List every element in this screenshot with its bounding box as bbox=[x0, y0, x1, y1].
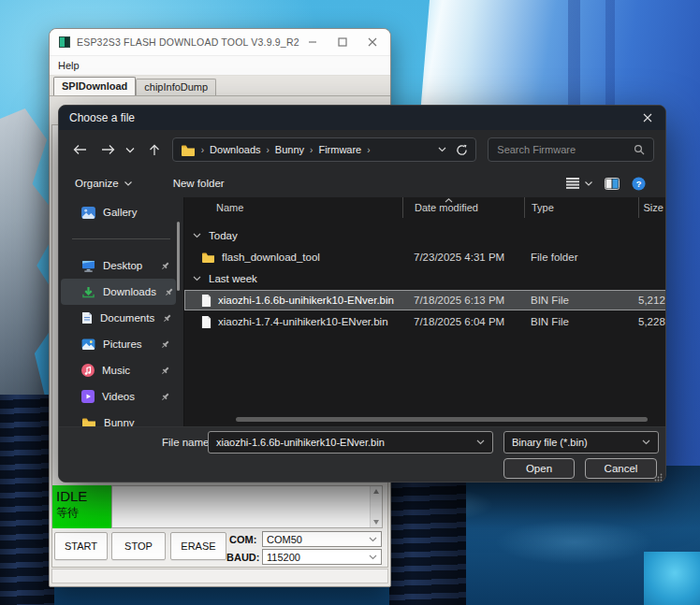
wallpaper-tank-tread bbox=[0, 395, 54, 605]
horizontal-scrollbar[interactable] bbox=[236, 417, 648, 422]
baud-select[interactable]: 115200 bbox=[262, 549, 382, 565]
navigation-bar: › Downloads › Bunny › Firmware › Search … bbox=[59, 130, 665, 169]
file-date: 7/18/2025 6:13 PM bbox=[402, 295, 524, 306]
breadcrumb-firmware[interactable]: Firmware bbox=[318, 144, 361, 155]
scroll-down-icon[interactable] bbox=[373, 520, 379, 525]
file-name-input[interactable]: xiaozhi-1.6.6b-unihikerk10-ENver.bin bbox=[208, 431, 493, 454]
back-button[interactable] bbox=[70, 139, 91, 160]
close-icon bbox=[643, 113, 652, 122]
chevron-down-icon bbox=[369, 555, 377, 560]
preview-pane-icon[interactable] bbox=[605, 178, 620, 190]
breadcrumb-bunny[interactable]: Bunny bbox=[275, 144, 304, 155]
file-size: 5,212 bbox=[638, 295, 666, 306]
console-scrollbar[interactable] bbox=[370, 486, 382, 527]
search-icon[interactable] bbox=[634, 144, 645, 155]
close-icon[interactable] bbox=[368, 37, 377, 47]
sidebar-item-label: Gallery bbox=[103, 207, 137, 218]
sidebar-item-gallery[interactable]: Gallery bbox=[61, 199, 176, 225]
new-folder-label: New folder bbox=[173, 178, 225, 189]
chevron-down-icon bbox=[476, 439, 485, 445]
breadcrumb-separator: › bbox=[367, 145, 370, 155]
column-header-name[interactable]: Name bbox=[184, 202, 402, 213]
sidebar-item-label: Videos bbox=[102, 391, 135, 402]
search-box[interactable]: Search Firmware bbox=[488, 137, 654, 162]
sidebar-item-documents[interactable]: Documents bbox=[61, 305, 176, 331]
downloads-icon bbox=[81, 286, 95, 298]
esp-status-bar bbox=[51, 569, 388, 583]
table-row[interactable]: xiaozhi-1.7.4-unihikerk10-ENver.bin 7/18… bbox=[184, 311, 666, 332]
scroll-up-icon[interactable] bbox=[373, 489, 379, 494]
file-type-value: Binary file (*.bin) bbox=[512, 437, 588, 448]
column-header-date-modified[interactable]: Date modified bbox=[402, 197, 524, 218]
sidebar-item-videos[interactable]: Videos bbox=[61, 383, 176, 410]
music-icon bbox=[81, 364, 95, 377]
breadcrumb-separator: › bbox=[310, 145, 313, 155]
log-console[interactable] bbox=[111, 485, 383, 528]
recent-locations-button[interactable] bbox=[120, 139, 140, 160]
sidebar-item-label: Desktop bbox=[103, 260, 142, 271]
breadcrumb-downloads[interactable]: Downloads bbox=[210, 144, 260, 155]
pin-icon bbox=[160, 339, 170, 350]
file-type: File folder bbox=[524, 252, 638, 263]
sidebar-item-label: Documents bbox=[100, 312, 154, 324]
baud-value: 115200 bbox=[267, 552, 300, 563]
sidebar-item-desktop[interactable]: Desktop bbox=[61, 252, 176, 279]
pin-icon bbox=[164, 287, 174, 297]
svg-text:?: ? bbox=[636, 179, 642, 188]
column-header-size[interactable]: Size bbox=[638, 197, 666, 218]
stop-button[interactable]: STOP bbox=[111, 532, 166, 560]
minimize-icon[interactable] bbox=[308, 37, 317, 47]
cancel-button[interactable]: Cancel bbox=[585, 458, 657, 479]
sidebar-item-pictures[interactable]: Pictures bbox=[61, 331, 176, 357]
tab-spidownload[interactable]: SPIDownload bbox=[53, 77, 136, 95]
sidebar-item-label: Pictures bbox=[103, 339, 142, 350]
erase-button[interactable]: ERASE bbox=[170, 532, 226, 560]
sidebar-item-label: Downloads bbox=[103, 286, 156, 297]
esp-title-bar[interactable]: ESP32S3 FLASH DOWNLOAD TOOL V3.9.9_R2 bbox=[50, 29, 390, 56]
organize-button[interactable]: Organize bbox=[75, 178, 132, 189]
sidebar-item-downloads[interactable]: Downloads bbox=[61, 279, 176, 305]
file-type-select[interactable]: Binary file (*.bin) bbox=[503, 431, 659, 454]
help-icon[interactable]: ? bbox=[632, 177, 646, 191]
address-dropdown-icon[interactable] bbox=[438, 147, 446, 152]
up-button[interactable] bbox=[144, 139, 165, 160]
sidebar-item-music[interactable]: Music bbox=[61, 357, 176, 383]
menu-help[interactable]: Help bbox=[58, 60, 80, 71]
search-placeholder: Search Firmware bbox=[497, 144, 576, 155]
com-port-select[interactable]: COM50 bbox=[262, 531, 382, 547]
new-folder-button[interactable]: New folder bbox=[173, 178, 225, 189]
file-name: xiaozhi-1.7.4-unihikerk10-ENver.bin bbox=[218, 316, 388, 327]
forward-button[interactable] bbox=[98, 139, 119, 160]
esp-app-icon bbox=[59, 36, 70, 48]
tab-chipinfodump[interactable]: chipInfoDump bbox=[136, 79, 216, 95]
folder-icon bbox=[201, 252, 215, 263]
dialog-close-button[interactable] bbox=[630, 106, 665, 130]
table-row[interactable]: flash_download_tool 7/23/2025 4:31 PM Fi… bbox=[184, 247, 666, 267]
column-header-type[interactable]: Type bbox=[524, 197, 638, 218]
wallpaper-glow bbox=[644, 552, 700, 605]
file-size: 5,228 bbox=[638, 316, 666, 327]
resize-grip[interactable] bbox=[654, 473, 663, 482]
view-mode-button[interactable] bbox=[566, 178, 592, 189]
file-date: 7/23/2025 4:31 PM bbox=[402, 252, 524, 263]
dialog-title-bar[interactable]: Choose a file bbox=[59, 106, 665, 130]
sidebar-scrollbar[interactable] bbox=[177, 222, 180, 291]
group-header-last-week[interactable]: Last week bbox=[184, 268, 666, 289]
chevron-down-icon bbox=[369, 537, 377, 542]
start-button[interactable]: START bbox=[54, 532, 108, 560]
file-type: BIN File bbox=[524, 295, 638, 306]
sidebar-separator bbox=[72, 238, 170, 239]
group-header-today[interactable]: Today bbox=[184, 225, 666, 246]
choose-file-dialog: Choose a file › Downloads › Bunny › Firm… bbox=[58, 105, 666, 483]
organize-label: Organize bbox=[75, 178, 119, 189]
column-header-label: Date modified bbox=[415, 202, 478, 213]
refresh-icon[interactable] bbox=[456, 144, 468, 156]
file-name-value: xiaozhi-1.6.6b-unihikerk10-ENver.bin bbox=[216, 437, 385, 448]
file-name: xiaozhi-1.6.6b-unihikerk10-ENver.bin bbox=[218, 295, 394, 306]
open-button[interactable]: Open bbox=[503, 458, 575, 479]
sidebar-item-label: Music bbox=[102, 365, 130, 376]
address-bar[interactable]: › Downloads › Bunny › Firmware › bbox=[172, 137, 477, 162]
chevron-down-icon bbox=[124, 181, 132, 186]
table-row-selected[interactable]: xiaozhi-1.6.6b-unihikerk10-ENver.bin 7/1… bbox=[184, 290, 666, 310]
maximize-icon[interactable] bbox=[338, 37, 347, 47]
